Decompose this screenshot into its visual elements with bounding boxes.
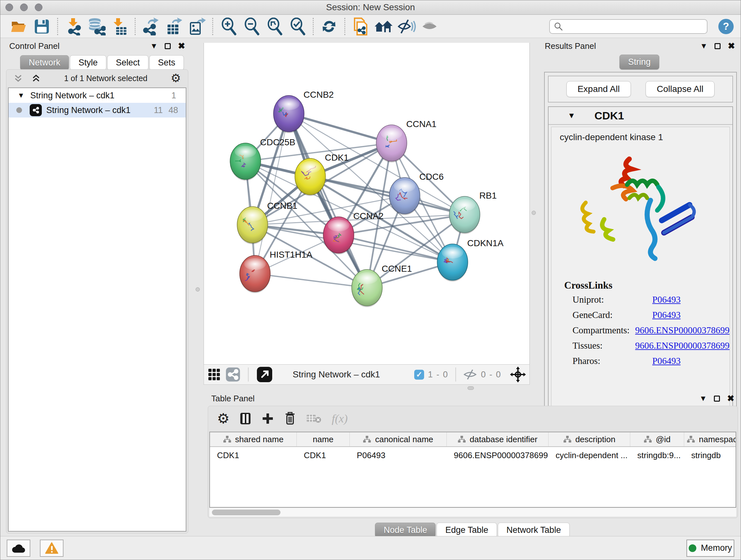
panel-menu-icon[interactable]: ▼ [699, 395, 707, 402]
import-network-from-database-button[interactable] [85, 17, 108, 37]
crosslink-link[interactable]: P06493 [652, 294, 681, 305]
zoom-in-button[interactable] [217, 17, 240, 37]
delete-table-icon[interactable] [306, 412, 322, 425]
node-cdkn1a[interactable]: CDKN1A [437, 238, 503, 282]
cloud-status-button[interactable] [7, 540, 30, 557]
close-panel-icon[interactable]: ✖ [178, 42, 185, 51]
tab-network[interactable]: Network [20, 55, 69, 70]
memory-button[interactable]: Memory [686, 540, 734, 557]
edge[interactable] [255, 273, 367, 288]
warning-status-button[interactable] [40, 540, 64, 557]
column-header-canonical-name[interactable]: canonical name [350, 432, 447, 446]
node-hist1h1a[interactable]: HIST1H1A [240, 250, 313, 293]
string-home-button[interactable] [372, 17, 395, 37]
save-session-button[interactable] [30, 17, 53, 37]
entry-description: cyclin-dependent kinase 1 [551, 127, 730, 142]
refresh-button[interactable] [318, 17, 340, 37]
collapse-triangle-icon[interactable]: ▼ [17, 91, 24, 100]
network-row[interactable]: String Network – cdk1 11 48 [9, 103, 186, 118]
horizontal-scrollbar[interactable] [209, 508, 736, 516]
help-button[interactable]: ? [718, 19, 734, 34]
select-columns-icon[interactable] [239, 412, 252, 426]
expand-all-button[interactable]: Expand All [566, 81, 631, 97]
table-cell[interactable]: 9606.ENSP00000378699 [447, 447, 549, 463]
function-builder-icon[interactable]: f(x) [332, 412, 347, 425]
table-cell[interactable]: CDK1 [297, 447, 350, 463]
network-view[interactable]: CCNB2CCNA1CDC25BCDK1CDC6RB1CCNB1CCNA2CDK… [204, 43, 530, 364]
tab-edge-table[interactable]: Edge Table [436, 523, 497, 538]
table-cell[interactable]: CDK1 [210, 447, 297, 463]
column-header-description[interactable]: description [549, 432, 630, 446]
close-panel-icon[interactable]: ✖ [728, 42, 735, 51]
zoom-out-button[interactable] [240, 17, 263, 37]
table-options-gear-icon[interactable]: ⚙ [217, 412, 229, 426]
node-ccne1[interactable]: CCNE1 [352, 264, 412, 307]
hidden-eye-slash-icon[interactable] [463, 369, 477, 380]
column-header-database-identifier[interactable]: database identifier [447, 432, 549, 446]
export-table-button[interactable] [162, 17, 185, 37]
tab-network-table[interactable]: Network Table [498, 523, 569, 538]
column-header-shared-name[interactable]: shared name [210, 432, 297, 446]
tab-string[interactable]: String [619, 55, 659, 70]
left-splitter-handle[interactable] [196, 287, 200, 292]
network-badge-icon[interactable] [226, 367, 240, 382]
table-cell[interactable]: stringdb [684, 447, 736, 463]
float-panel-icon[interactable] [165, 43, 171, 49]
hide-glass-button[interactable] [418, 17, 441, 37]
scrollbar-thumb[interactable] [212, 509, 280, 515]
crosslink-link[interactable]: 9606.ENSP00000378699 [635, 325, 730, 335]
expand-all-icon[interactable] [31, 73, 41, 83]
selected-nodes-icon[interactable]: ✓ [414, 370, 424, 380]
network-collection-row[interactable]: ▼ String Network – cdk1 1 [9, 88, 186, 103]
collapse-all-icon[interactable] [13, 73, 23, 83]
column-header--id[interactable]: @id [630, 432, 684, 446]
edge[interactable] [289, 114, 367, 288]
delete-column-trash-icon[interactable] [284, 411, 296, 426]
fit-crosshair-icon[interactable] [510, 366, 526, 383]
export-image-button[interactable] [185, 17, 208, 37]
entry-collapse-triangle-icon[interactable]: ▼ [568, 111, 576, 120]
column-header-name[interactable]: name [297, 432, 350, 446]
birdseye-grid-icon[interactable] [207, 368, 221, 381]
string-protein-query-button[interactable] [349, 17, 372, 37]
tab-sets[interactable]: Sets [149, 55, 184, 70]
tab-style[interactable]: Style [70, 55, 106, 70]
panel-menu-icon[interactable]: ▼ [150, 42, 158, 50]
zoom-selected-button[interactable] [286, 17, 309, 37]
node-rb1[interactable]: RB1 [449, 191, 496, 234]
close-panel-icon[interactable]: ✖ [727, 394, 734, 403]
table-cell[interactable]: stringdb:9... [630, 447, 684, 463]
tab-node-table[interactable]: Node Table [375, 523, 435, 538]
crosslink-link[interactable]: P06493 [652, 356, 681, 366]
zoom-fit-button[interactable] [263, 17, 286, 37]
search-input[interactable] [563, 21, 703, 31]
right-splitter-handle[interactable] [532, 211, 536, 215]
bottom-splitter-handle[interactable] [468, 386, 474, 390]
node-ccnb1[interactable]: CCNB1 [237, 201, 297, 244]
node-label: HIST1H1A [270, 250, 313, 260]
open-session-button[interactable] [7, 17, 30, 37]
import-network-from-file-button[interactable] [62, 17, 85, 37]
crosslink-link[interactable]: P06493 [652, 310, 681, 320]
node-ccna1[interactable]: CCNA1 [376, 119, 436, 163]
collapse-all-button[interactable]: Collapse All [646, 81, 715, 97]
table-cell[interactable]: cyclin-dependent ... [549, 447, 630, 463]
node-label: RB1 [479, 191, 496, 200]
enhance-graphics-button[interactable] [395, 17, 418, 37]
panel-menu-icon[interactable]: ▼ [700, 42, 708, 50]
node-cdc6[interactable]: CDC6 [389, 172, 444, 215]
launch-view-icon[interactable] [256, 366, 273, 383]
export-network-button[interactable] [139, 17, 162, 37]
table-row[interactable]: CDK1CDK1P064939606.ENSP00000378699cyclin… [210, 447, 736, 463]
add-column-icon[interactable] [261, 412, 274, 426]
table-cell[interactable]: P06493 [350, 447, 447, 463]
edge[interactable] [289, 114, 392, 143]
search-field[interactable] [549, 19, 708, 34]
tab-select[interactable]: Select [107, 55, 148, 70]
crosslink-link[interactable]: 9606.ENSP00000378699 [635, 340, 730, 351]
column-header-namespac[interactable]: namespac [684, 432, 736, 446]
float-panel-icon[interactable] [715, 43, 721, 49]
network-options-gear-icon[interactable]: ⚙ [171, 72, 181, 84]
float-panel-icon[interactable] [714, 395, 720, 401]
import-table-button[interactable] [108, 17, 131, 37]
